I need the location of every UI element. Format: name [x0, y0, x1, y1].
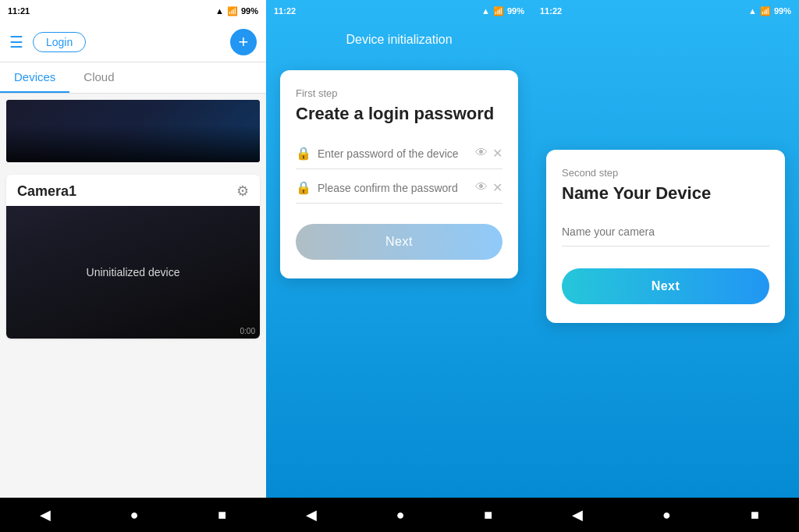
signal-icon-3: 📶	[760, 6, 771, 16]
wifi-icon-2: ▲	[481, 6, 490, 16]
step-label-1: First step	[296, 87, 502, 99]
step-title-1: Create a login password	[296, 104, 502, 124]
time-2: 11:22	[274, 6, 296, 16]
step-label-2: Second step	[562, 167, 769, 179]
back-button-3[interactable]: ◀	[572, 506, 583, 523]
add-device-button[interactable]: +	[230, 29, 257, 55]
status-bar-2: 11:22 ▲ 📶 99%	[266, 0, 532, 22]
tab-devices[interactable]: Devices	[0, 62, 69, 93]
home-button-2[interactable]: ●	[396, 507, 405, 523]
camera-card: Camera1 ⚙ Uninitialized device 0:00	[6, 175, 260, 339]
tab-cloud[interactable]: Cloud	[69, 62, 128, 93]
devices-panel: 11:21 ▲ 📶 99% ☰ Login + Devices Cloud Ca…	[0, 0, 266, 532]
login-button[interactable]: Login	[33, 32, 86, 52]
password-dialog: First step Create a login password 🔒 👁 ✕…	[280, 70, 518, 278]
settings-icon[interactable]: ⚙	[236, 183, 249, 200]
device-name-input[interactable]	[562, 218, 769, 246]
recents-button-2[interactable]: ■	[484, 507, 492, 523]
uninitialized-status: Uninitialized device	[87, 266, 180, 278]
recents-button-3[interactable]: ■	[751, 507, 759, 523]
clear-icon-2[interactable]: ✕	[492, 180, 502, 195]
home-button-3[interactable]: ●	[662, 507, 671, 523]
signal-icon-2: 📶	[493, 6, 504, 16]
camera-name: Camera1	[17, 183, 76, 200]
back-button-2[interactable]: ◀	[306, 506, 317, 523]
bottom-nav-3: ◀ ● ■	[532, 498, 799, 532]
top-bar: ☰ Login +	[0, 22, 266, 62]
lock-icon-1: 🔒	[296, 146, 311, 161]
plus-icon: +	[239, 32, 249, 52]
init-panel: 11:22 ▲ 📶 99% Device initialization Firs…	[266, 0, 532, 532]
status-bar-3: 11:22 ▲ 📶 99%	[532, 0, 799, 22]
battery-2: 99%	[507, 6, 524, 16]
status-icons-2: ▲ 📶 99%	[481, 6, 524, 16]
eye-icon-2[interactable]: 👁	[475, 180, 488, 195]
home-button-1[interactable]: ●	[130, 507, 139, 523]
status-icons-1: ▲ 📶 99%	[215, 6, 258, 16]
step-title-2: Name Your Device	[562, 183, 769, 204]
top-spacer	[532, 22, 799, 119]
back-button-1[interactable]: ◀	[40, 506, 51, 523]
name-panel: 11:22 ▲ 📶 99% Second step Name Your Devi…	[532, 0, 799, 532]
bottom-nav-1: ◀ ● ■	[0, 498, 266, 532]
password-input[interactable]	[318, 147, 469, 160]
bottom-nav-2: ◀ ● ■	[266, 498, 532, 532]
password-input-row: 🔒 👁 ✕	[296, 138, 502, 169]
camera-preview-top[interactable]	[6, 100, 260, 162]
password-actions: 👁 ✕	[475, 146, 502, 161]
tabs: Devices Cloud	[0, 62, 266, 94]
panel-title: Device initialization	[266, 22, 532, 55]
name-dialog: Second step Name Your Device Next	[546, 150, 785, 323]
clear-icon-1[interactable]: ✕	[492, 146, 502, 161]
battery-1: 99%	[241, 6, 258, 16]
next-button-2[interactable]: Next	[562, 268, 769, 304]
wifi-icon: ▲	[215, 6, 224, 16]
camera-card-header: Camera1 ⚙	[6, 175, 260, 206]
wifi-icon-3: ▲	[748, 6, 757, 16]
status-bar-1: 11:21 ▲ 📶 99%	[0, 0, 266, 22]
confirm-input-row: 🔒 👁 ✕	[296, 172, 502, 204]
camera-preview-main[interactable]: Uninitialized device 0:00	[6, 206, 260, 339]
time-3: 11:22	[540, 6, 562, 16]
next-button-1[interactable]: Next	[296, 224, 502, 260]
battery-3: 99%	[774, 6, 791, 16]
signal-icon: 📶	[227, 6, 238, 16]
recents-button-1[interactable]: ■	[218, 507, 226, 523]
status-icons-3: ▲ 📶 99%	[748, 6, 791, 16]
confirm-input[interactable]	[318, 182, 469, 194]
eye-icon-1[interactable]: 👁	[475, 146, 488, 161]
camera-feed-top	[6, 100, 260, 162]
camera-timestamp: 0:00	[240, 327, 255, 335]
lock-icon-2: 🔒	[296, 180, 311, 195]
confirm-actions: 👁 ✕	[475, 180, 502, 195]
hamburger-icon[interactable]: ☰	[9, 33, 23, 51]
time-1: 11:21	[8, 6, 30, 16]
